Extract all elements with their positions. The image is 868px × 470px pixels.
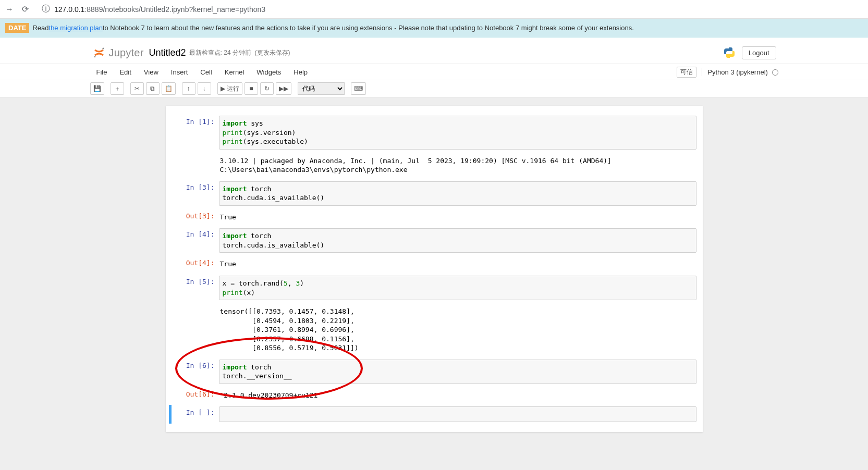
arrow-up-icon: ↑ [187, 85, 190, 92]
code-cell[interactable]: In [1]:import sys print(sys.version) pri… [169, 114, 700, 151]
output-row: Out[4]:True [169, 255, 700, 273]
plus-icon: ＋ [114, 84, 120, 93]
run-button[interactable]: ▶ 运行 [217, 82, 242, 95]
restart-icon: ↻ [264, 85, 270, 92]
play-icon: ▶ [221, 85, 225, 92]
in-prompt: In [3]: [172, 181, 219, 206]
menubar: File Edit View Insert Cell Kernel Widget… [85, 64, 784, 80]
notebook-header: Jupyter Untitled2 最新检查点: 24 分钟前 (更改未保存) … [85, 38, 784, 64]
code-cell-empty[interactable]: In [ ]: [169, 405, 700, 424]
banner-tag: DATE [5, 23, 29, 33]
out-prompt: Out[3]: [172, 210, 219, 225]
out-prompt: Out[4]: [172, 257, 219, 271]
code-cell[interactable]: In [5]:x = torch.rand(5, 3) print(x) [169, 274, 700, 302]
jupyter-logo-icon [92, 46, 106, 59]
address-bar[interactable]: ⓘ 127.0.0.1:8889/notebooks/Untitled2.ipy… [35, 2, 271, 17]
checkpoint-status: 最新检查点: 24 分钟前 (更改未保存) [189, 48, 290, 57]
menu-cell[interactable]: Cell [194, 68, 218, 76]
in-prompt: In [1]: [172, 116, 219, 150]
output-row: 3.10.12 | packaged by Anaconda, Inc. | (… [169, 152, 700, 179]
in-prompt: In [6]: [172, 360, 219, 384]
save-icon: 💾 [93, 85, 101, 92]
menu-view[interactable]: View [138, 68, 165, 76]
menu-kernel[interactable]: Kernel [218, 68, 251, 76]
code-cell[interactable]: In [3]:import torch torch.cuda.is_availa… [169, 180, 700, 207]
jupyter-logo-text: Jupyter [109, 47, 144, 59]
copy-button[interactable]: ⧉ [146, 82, 160, 95]
menu-file[interactable]: File [90, 68, 114, 76]
code-input[interactable]: import torch torch.cuda.is_available() [219, 181, 696, 206]
output-row: tensor([[0.7393, 0.1457, 0.3148], [0.459… [169, 303, 700, 357]
stream-output: 3.10.12 | packaged by Anaconda, Inc. | (… [219, 154, 696, 177]
in-prompt: In [4]: [172, 228, 219, 253]
execute-result: True [219, 257, 696, 271]
notebook-name[interactable]: Untitled2 [149, 47, 186, 58]
keyboard-icon: ⌨ [354, 85, 363, 92]
output-row: Out[6]:'2.1.0.dev20230709+cu121' [169, 387, 700, 404]
move-up-button[interactable]: ↑ [182, 82, 195, 95]
code-input[interactable]: import torch torch.__version__ [219, 360, 696, 384]
svg-point-1 [94, 56, 95, 58]
svg-point-0 [102, 47, 104, 49]
code-input[interactable]: x = torch.rand(5, 3) print(x) [219, 276, 696, 300]
restart-run-all-button[interactable]: ▶▶ [276, 82, 291, 95]
python-logo-icon [723, 46, 736, 59]
toolbar: 💾 ＋ ✂ ⧉ 📋 ↑ ↓ ▶ 运行 ■ ↻ ▶▶ 代码 ⌨ [85, 80, 784, 97]
menu-edit[interactable]: Edit [113, 68, 137, 76]
fast-forward-icon: ▶▶ [279, 85, 288, 92]
migration-banner: DATE Read the migration plan to Notebook… [0, 19, 868, 38]
out-prompt: Out[6]: [172, 388, 219, 403]
in-prompt: In [ ]: [172, 406, 219, 422]
nav-forward-icon[interactable]: → [4, 5, 15, 14]
url-host: 127.0.0.1:8889/notebooks/Untitled2.ipynb… [54, 5, 265, 14]
stop-icon: ■ [249, 85, 253, 92]
jupyter-logo[interactable]: Jupyter [92, 46, 144, 59]
in-prompt: In [5]: [172, 276, 219, 300]
browser-nav-bar: → ⟳ ⓘ 127.0.0.1:8889/notebooks/Untitled2… [0, 0, 868, 19]
output-row: Out[3]:True [169, 208, 700, 226]
cell-type-select[interactable]: 代码 [298, 82, 345, 95]
migration-plan-link[interactable]: the migration plan [49, 24, 103, 32]
trusted-indicator[interactable]: 可信 [677, 67, 696, 78]
reload-icon[interactable]: ⟳ [20, 4, 30, 14]
kernel-status-icon [772, 69, 778, 76]
menu-help[interactable]: Help [287, 68, 314, 76]
interrupt-button[interactable]: ■ [244, 82, 258, 95]
banner-text-2: to Notebook 7 to learn about the new fea… [103, 24, 634, 32]
code-cell[interactable]: In [4]:import torch torch.cuda.is_availa… [169, 227, 700, 254]
arrow-down-icon: ↓ [203, 85, 206, 92]
site-info-icon[interactable]: ⓘ [41, 4, 51, 15]
cut-button[interactable]: ✂ [130, 82, 144, 95]
save-button[interactable]: 💾 [90, 82, 104, 95]
execute-result: '2.1.0.dev20230709+cu121' [219, 388, 696, 403]
move-down-button[interactable]: ↓ [198, 82, 211, 95]
banner-text-1: Read [32, 24, 48, 32]
paste-button[interactable]: 📋 [162, 82, 176, 95]
scissors-icon: ✂ [135, 85, 140, 92]
logout-button[interactable]: Logout [742, 46, 776, 59]
code-input[interactable]: import sys print(sys.version) print(sys.… [219, 116, 696, 150]
menu-insert[interactable]: Insert [165, 68, 194, 76]
kernel-name[interactable]: Python 3 (ipykernel) [702, 68, 778, 76]
paste-icon: 📋 [165, 85, 173, 92]
code-input[interactable]: import torch torch.cuda.is_available() [219, 228, 696, 253]
stream-output: tensor([[0.7393, 0.1457, 0.3148], [0.459… [219, 304, 696, 355]
command-palette-button[interactable]: ⌨ [351, 82, 366, 95]
execute-result: True [219, 210, 696, 225]
add-cell-button[interactable]: ＋ [111, 82, 124, 95]
code-cell[interactable]: In [6]:import torch torch.__version__ [169, 358, 700, 386]
menu-widgets[interactable]: Widgets [250, 68, 287, 76]
code-input[interactable] [219, 406, 696, 422]
copy-icon: ⧉ [150, 85, 155, 92]
restart-button[interactable]: ↻ [260, 82, 274, 95]
notebook-container: In [1]:import sys print(sys.version) pri… [166, 106, 703, 432]
